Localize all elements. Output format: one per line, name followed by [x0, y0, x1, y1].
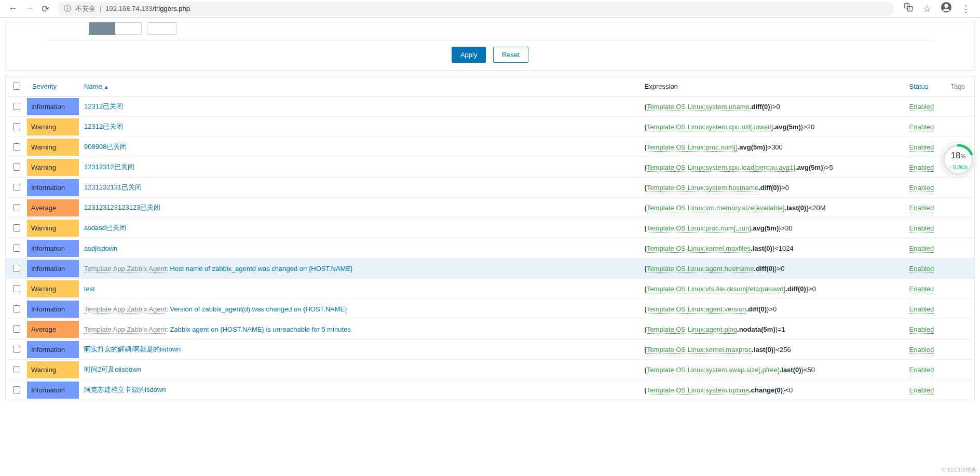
trigger-name-link[interactable]: test: [84, 285, 95, 293]
status-link[interactable]: Enabled: [909, 265, 934, 273]
table-row: Warning时间2可及oiisdown{Template OS Linux:s…: [6, 360, 975, 380]
expression-item-link[interactable]: Template OS Linux:system.uname: [647, 103, 750, 111]
back-icon[interactable]: ←: [8, 3, 18, 14]
trigger-name-link[interactable]: 908908已关闭: [84, 143, 127, 151]
trigger-name-link[interactable]: 1231232131已关闭: [84, 183, 142, 191]
trigger-name-link[interactable]: 123123123123123已关闭: [84, 203, 160, 211]
col-name[interactable]: Name▲: [79, 76, 639, 97]
expression-item-link[interactable]: Template OS Linux:agent.version: [647, 305, 746, 314]
translate-icon[interactable]: 文A: [903, 2, 914, 15]
status-link[interactable]: Enabled: [909, 184, 934, 192]
expression-item-link[interactable]: Template OS Linux:system.hostname: [647, 184, 758, 192]
tags-cell: [946, 178, 975, 198]
row-checkbox[interactable]: [13, 164, 20, 171]
status-link[interactable]: Enabled: [909, 123, 934, 131]
status-link[interactable]: Enabled: [909, 285, 934, 293]
expression-item-link[interactable]: Template OS Linux:vfs.file.cksum[/etc/pa…: [647, 285, 785, 293]
expression-item-link[interactable]: Template OS Linux:proc.num[,,run]: [647, 224, 751, 233]
status-link[interactable]: Enabled: [909, 305, 934, 314]
expression-tail: }>30: [779, 224, 792, 232]
speed-widget[interactable]: 18% ↑ 0.2K/s: [942, 143, 975, 176]
row-checkbox[interactable]: [13, 366, 20, 373]
tags-cell: [946, 238, 975, 259]
tags-cell: [946, 339, 975, 360]
status-link[interactable]: Enabled: [909, 204, 934, 212]
select-all-checkbox[interactable]: [13, 83, 20, 90]
expression-item-link[interactable]: Template OS Linux:proc.num[]: [647, 143, 738, 152]
expression-item-link[interactable]: Template OS Linux:system.cpu.util[,iowai…: [647, 123, 773, 131]
row-checkbox[interactable]: [13, 123, 20, 130]
reset-button[interactable]: Reset: [493, 47, 528, 63]
expression-item-link[interactable]: Template OS Linux:vm.memory.size[availab…: [647, 204, 785, 212]
row-checkbox[interactable]: [13, 244, 20, 252]
filter-seg-2[interactable]: [147, 22, 177, 35]
apply-button[interactable]: Apply: [452, 47, 486, 63]
row-checkbox[interactable]: [13, 103, 20, 110]
reload-icon[interactable]: ⟳: [42, 3, 49, 15]
expression-item-link[interactable]: Template OS Linux:system.swap.size[,pfre…: [647, 366, 780, 374]
expression-item-link[interactable]: Template OS Linux:system.uptime: [647, 386, 749, 395]
expression-item-link[interactable]: Template OS Linux:agent.ping: [647, 325, 737, 334]
filter-segmented-controls: [6, 21, 974, 36]
row-checkbox[interactable]: [13, 224, 20, 232]
status-link[interactable]: Enabled: [909, 103, 934, 111]
row-checkbox[interactable]: [13, 285, 20, 292]
status-link[interactable]: Enabled: [909, 325, 934, 334]
col-status[interactable]: Status: [904, 76, 946, 97]
expression-item-link[interactable]: Template OS Linux:system.cpu.load[percpu…: [647, 164, 795, 172]
row-checkbox[interactable]: [13, 184, 20, 191]
status-link[interactable]: Enabled: [909, 224, 934, 233]
kebab-menu-icon[interactable]: ⋮: [961, 3, 971, 15]
name-cell: 908908已关闭: [79, 137, 639, 157]
address-bar[interactable]: ⓘ 不安全 | 192.168.74.133/triggers.php: [58, 2, 894, 16]
template-prefix-link[interactable]: Template App Zabbix Agent: [84, 265, 166, 273]
seg-option[interactable]: [147, 22, 177, 35]
trigger-name-link[interactable]: asdjisdown: [84, 244, 117, 252]
trigger-name-link[interactable]: Host name of zabbix_agentd was changed o…: [170, 265, 353, 273]
trigger-name-link[interactable]: 时间2可及oiisdown: [84, 365, 141, 373]
row-checkbox[interactable]: [13, 265, 20, 272]
row-checkbox[interactable]: [13, 305, 20, 312]
expression-cell: {Template OS Linux:system.uname.diff(0)}…: [639, 97, 904, 117]
expression-item-link[interactable]: Template OS Linux:kernel.maxproc: [647, 346, 752, 354]
filter-seg-1[interactable]: [89, 22, 142, 35]
row-checkbox[interactable]: [13, 346, 20, 353]
row-checkbox[interactable]: [13, 204, 20, 211]
col-severity[interactable]: Severity: [27, 76, 79, 97]
filter-panel: Apply Reset: [5, 21, 975, 71]
bookmark-star-icon[interactable]: ☆: [923, 3, 931, 15]
row-checkbox[interactable]: [13, 143, 20, 151]
seg-option-active[interactable]: [89, 22, 115, 35]
trigger-name-link[interactable]: 阿克苏建档立卡囧的isdown: [84, 386, 166, 393]
site-info-icon[interactable]: ⓘ: [64, 4, 71, 13]
row-checkbox-cell: [6, 360, 28, 380]
expression-item-link[interactable]: Template OS Linux:agent.hostname: [647, 265, 754, 273]
template-prefix-link[interactable]: Template App Zabbix Agent: [84, 305, 166, 314]
row-checkbox-cell: [6, 117, 28, 137]
expression-item-link[interactable]: Template OS Linux:kernel.maxfiles: [647, 244, 751, 253]
status-link[interactable]: Enabled: [909, 143, 934, 152]
row-checkbox[interactable]: [13, 386, 20, 393]
trigger-name-link[interactable]: Zabbix agent on {HOST.NAME} is unreachab…: [170, 325, 351, 333]
profile-avatar-icon[interactable]: [941, 2, 952, 16]
trigger-name-link[interactable]: 12312312已关闭: [84, 163, 134, 171]
template-prefix-link[interactable]: Template App Zabbix Agent: [84, 325, 166, 334]
row-checkbox[interactable]: [13, 325, 20, 333]
status-link[interactable]: Enabled: [909, 386, 934, 395]
status-cell: Enabled: [904, 319, 946, 339]
status-link[interactable]: Enabled: [909, 346, 934, 354]
page-content: Apply Reset Severity Name▲ Expression St…: [0, 18, 980, 400]
trigger-name-link[interactable]: 啊实打实的解耦i啊就是的isdown: [84, 345, 181, 353]
row-checkbox-cell: [6, 97, 28, 117]
forward-icon[interactable]: →: [25, 3, 34, 14]
status-link[interactable]: Enabled: [909, 366, 934, 374]
seg-option[interactable]: [115, 22, 141, 35]
trigger-name-link[interactable]: asdasd已关闭: [84, 224, 126, 232]
trigger-name-link[interactable]: 12312已关闭: [84, 123, 123, 130]
status-link[interactable]: Enabled: [909, 164, 934, 172]
expression-tail: }>0: [806, 285, 816, 293]
trigger-name-link[interactable]: Version of zabbix_agent(d) was changed o…: [170, 305, 347, 313]
trigger-name-link[interactable]: 12312已关闭: [84, 102, 123, 110]
status-cell: Enabled: [904, 279, 946, 299]
status-link[interactable]: Enabled: [909, 244, 934, 253]
